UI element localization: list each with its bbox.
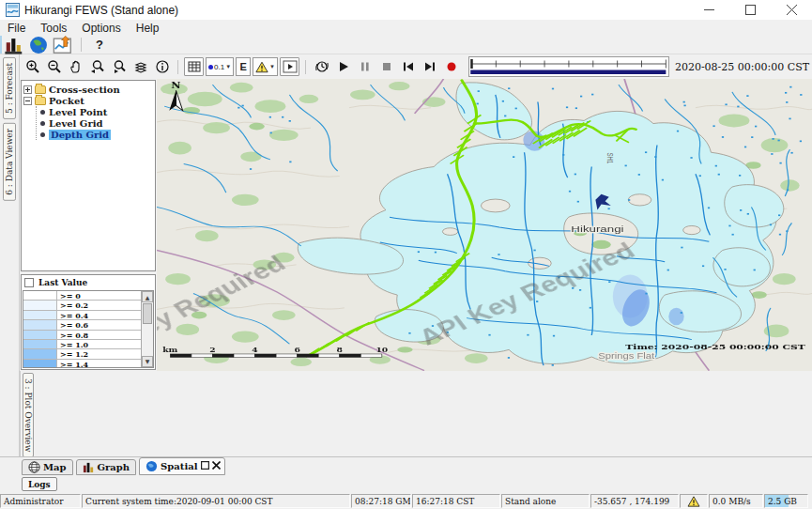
zoom-previous-button[interactable] [87,57,107,76]
tab-graph[interactable]: Graph [76,459,137,475]
tab-graph-label: Graph [98,462,130,472]
dock-tab-plot-overview[interactable]: 3 : Plot Overview [23,373,34,457]
tree-node-cross-section[interactable]: Cross-section [23,84,153,95]
zoom-in-button[interactable] [23,57,42,76]
legend-row[interactable]: >= 1.2 [23,349,141,359]
help-button[interactable]: ? [89,37,110,54]
time-slider-thumb[interactable] [470,59,472,69]
layers-button[interactable] [130,57,150,76]
stream-dot [789,86,791,88]
warning-dropdown-button[interactable]: ▼ [253,57,278,76]
last-value-checkbox[interactable] [24,278,34,287]
stream-dot [513,156,514,158]
legend-row[interactable]: >= 0 [23,291,141,301]
maximize-pane-icon[interactable] [201,461,209,471]
status-coordinates: -35.657 , 174.199 [590,494,679,508]
collapse-icon[interactable] [23,97,32,105]
tree-node-label-selected: Depth Grid [49,130,111,140]
stream-dot [728,225,730,227]
step-forward-button[interactable] [420,57,439,76]
stream-dot [488,334,490,336]
database-viewer-button[interactable] [4,37,24,54]
close-button[interactable] [771,0,812,20]
legend-row[interactable]: >= 0.4 [23,311,141,320]
stream-dot [708,208,710,209]
time-span-bar [470,70,666,75]
stream-dot [800,94,802,96]
pan-hand-button[interactable] [66,57,85,76]
animation-panel-button[interactable] [280,57,299,76]
stream-dot [508,87,510,89]
dock-tab-data-viewer[interactable]: 6 : Data Viewer [3,123,16,201]
stream-dot [662,179,664,181]
zoom-next-button[interactable] [109,57,129,76]
stream-dot [628,199,630,201]
grid-display-button[interactable] [184,57,204,76]
map-viewport[interactable]: API Key Required API Key Required Hikura… [157,79,812,371]
animation-timer-button[interactable] [312,57,331,76]
leaf-bullet-icon [40,121,45,126]
step-back-button[interactable] [398,57,418,76]
legend-swatch [23,349,57,358]
stream-dot [772,138,774,140]
legend-row[interactable]: >= 0.6 [23,320,141,330]
tree-node-pocket[interactable]: Pocket [23,95,153,106]
stream-dot [681,312,682,314]
legend-row[interactable]: >= 0.2 [23,301,141,310]
scroll-down-icon[interactable]: ▼ [142,356,153,367]
scroll-thumb[interactable] [143,303,152,324]
stream-dot [778,140,780,142]
map-canvas[interactable]: API Key Required API Key Required Hikura… [157,79,812,371]
stream-dot [715,165,717,167]
stream-dot [575,174,576,176]
legend-row[interactable]: >= 1.0 [23,340,141,349]
stream-dot [690,157,692,159]
close-pane-icon[interactable] [212,461,221,471]
stop-button[interactable] [376,57,396,76]
minimize-button[interactable] [688,0,729,20]
info-button[interactable] [152,57,172,76]
legend-entry-label: >= 0 [57,291,141,300]
record-button[interactable] [441,57,461,76]
menu-file[interactable]: File [0,22,33,35]
tab-spatial[interactable]: Spatial [139,457,224,475]
legend-swatch [23,320,57,329]
dock-tab-forecast[interactable]: 5 : Forecast [3,57,16,119]
play-button[interactable] [333,57,353,76]
stream-dot [242,105,244,107]
stream-dot [508,357,510,359]
stream-dot [718,174,720,176]
svg-text:6: 6 [294,347,300,354]
time-slider[interactable] [468,56,669,77]
tree-node-level-point[interactable]: Level Point [37,106,153,117]
spatial-display-button[interactable] [53,37,73,54]
menu-options[interactable]: Options [74,22,128,35]
tab-map[interactable]: Map [22,459,73,475]
class-break-dropdown[interactable]: 0.1 ▼ [206,57,234,76]
time-slider-track [469,57,668,76]
legend-scrollbar[interactable]: ▲ ▼ [141,291,153,367]
svg-text:km: km [162,347,178,354]
legend-toggle-button[interactable]: E [236,57,251,76]
tree-node-depth-grid[interactable]: Depth Grid [37,129,153,140]
stream-dot [562,154,564,156]
map-display-button[interactable] [28,37,49,54]
status-warning [680,494,708,508]
pause-button[interactable] [355,57,375,76]
maximize-button[interactable] [729,0,771,20]
legend-row[interactable]: >= 1.4 [23,360,141,367]
zoom-out-button[interactable] [44,57,64,76]
stream-dot [786,230,788,232]
expand-icon[interactable] [23,85,32,94]
map-toolbar: 0.1 ▼ E ▼ [20,54,812,79]
town-label: Hikurangi [571,224,623,234]
stream-dot [790,152,792,154]
menu-help[interactable]: Help [129,22,167,35]
legend-swatch [23,331,57,339]
stream-dot [789,118,790,120]
menu-tools[interactable]: Tools [33,22,74,35]
scroll-up-icon[interactable]: ▲ [142,291,153,302]
legend-row[interactable]: >= 0.8 [23,331,141,340]
tree-node-level-grid[interactable]: Level Grid [37,117,153,129]
logs-button[interactable]: Logs [22,477,57,491]
